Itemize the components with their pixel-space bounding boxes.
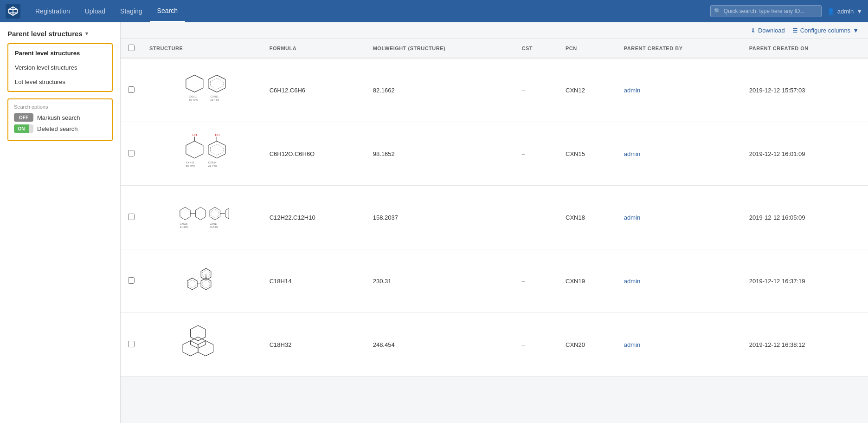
row-checkbox-3[interactable] (128, 277, 135, 284)
results-table-wrapper: STRUCTURE FORMULA MOLWEIGHT (STRUCTURE) … (121, 39, 868, 377)
table-row: C18H32 248.454 – CXN20 admin 2019-12-12 … (121, 313, 868, 377)
molecule-structure-1[interactable]: OH HO CXN13 56-79% CXN14 21-44% (149, 130, 255, 177)
svg-text:56-79%: 56-79% (189, 98, 198, 101)
svg-text:CXN11: CXN11 (211, 95, 219, 98)
svg-marker-6 (211, 78, 224, 89)
quick-search-input[interactable] (710, 5, 822, 17)
svg-text:CXN10: CXN10 (189, 95, 198, 98)
row-checkbox-0[interactable] (128, 86, 135, 93)
svg-marker-37 (202, 280, 210, 287)
row-created-by-3: admin (617, 249, 742, 313)
svg-text:CXN17: CXN17 (210, 222, 218, 225)
structure-type-version[interactable]: Version level structures (8, 60, 112, 75)
col-created-by: PARENT CREATED BY (617, 39, 742, 58)
row-checkbox-2[interactable] (128, 214, 135, 220)
molecule-structure-4[interactable] (149, 321, 255, 368)
row-created-on-0: 2019-12-12 15:57:03 (742, 58, 868, 122)
col-created-on: PARENT CREATED ON (742, 39, 868, 58)
svg-marker-22 (180, 207, 190, 220)
row-structure-cell: CXN10 56-79% CXN11 21-44% (142, 58, 262, 122)
markush-toggle[interactable]: OFF (14, 113, 33, 122)
nav-registration[interactable]: Registration (28, 0, 77, 22)
molecule-structure-3[interactable] (149, 258, 255, 304)
configure-label: Configure columns (800, 27, 850, 34)
markush-label: Markush search (37, 114, 80, 121)
nav-search[interactable]: Search (150, 0, 185, 22)
svg-text:44-56%: 44-56% (210, 226, 218, 228)
svg-text:21-44%: 21-44% (208, 164, 217, 167)
sidebar-title-text: Parent level structures (7, 30, 83, 38)
app-logo[interactable] (6, 4, 20, 19)
svg-marker-4 (186, 75, 203, 92)
results-table: STRUCTURE FORMULA MOLWEIGHT (STRUCTURE) … (121, 39, 868, 377)
markush-toggle-row: OFF Markush search (14, 113, 106, 122)
deleted-toggle[interactable]: ON (14, 124, 33, 133)
user-caret-icon: ▼ (856, 8, 862, 15)
row-created-by-1: admin (617, 122, 742, 186)
row-pcn-2: CXN18 (558, 186, 617, 249)
row-checkbox-cell (121, 58, 142, 122)
molecule-structure-2[interactable]: CXN15 21-44% CXN17 44-56% (149, 194, 255, 241)
navbar-right: 🔍 👤 admin ▼ (710, 5, 862, 17)
deleted-toggle-row: ON Deleted search (14, 124, 106, 133)
sidebar-title[interactable]: Parent level structures ▾ (7, 30, 113, 38)
svg-text:21-44%: 21-44% (180, 226, 188, 228)
svg-marker-36 (201, 278, 212, 290)
row-cst-2: – (514, 186, 558, 249)
row-cst-4: – (514, 313, 558, 377)
configure-columns-button[interactable]: ☰ Configure columns ▼ (792, 27, 859, 34)
row-cst-1: – (514, 122, 558, 186)
row-checkbox-1[interactable] (128, 150, 135, 156)
row-formula-1: C6H12O.C6H6O (262, 122, 366, 186)
svg-marker-28 (225, 208, 229, 219)
svg-text:CXN14: CXN14 (208, 161, 217, 164)
user-menu-button[interactable]: 👤 admin ▼ (827, 8, 862, 15)
created-by-link-0[interactable]: admin (624, 87, 640, 94)
nav-upload[interactable]: Upload (77, 0, 113, 22)
deleted-label: Deleted search (37, 125, 77, 132)
svg-marker-39 (201, 268, 212, 280)
row-created-by-4: admin (617, 313, 742, 377)
select-all-checkbox[interactable] (128, 45, 135, 51)
table-row: CXN10 56-79% CXN11 21-44% C6H12.C6H6 82.… (121, 58, 868, 122)
deleted-toggle-on: ON (14, 124, 33, 133)
row-formula-2: C12H22.C12H10 (262, 186, 366, 249)
col-cst: CST (514, 39, 558, 58)
svg-marker-14 (208, 141, 225, 158)
created-by-link-2[interactable]: admin (624, 214, 640, 221)
structure-type-dropdown: Parent level structures Version level st… (7, 43, 113, 92)
user-icon: 👤 (827, 8, 835, 15)
table-row: OH HO CXN13 56-79% CXN14 21-44% C6H12O.C… (121, 122, 868, 186)
row-checkbox-4[interactable] (128, 341, 135, 347)
main-content: ⇓ Download ☰ Configure columns ▼ STRUCTU… (121, 22, 868, 423)
molecule-structure-0[interactable]: CXN10 56-79% CXN11 21-44% (149, 67, 255, 113)
configure-icon: ☰ (792, 27, 798, 34)
download-button[interactable]: ⇓ Download (751, 27, 785, 34)
svg-marker-5 (208, 75, 225, 92)
svg-text:CXN15: CXN15 (180, 222, 188, 225)
svg-text:56-79%: 56-79% (186, 164, 195, 167)
row-created-on-4: 2019-12-12 16:38:12 (742, 313, 868, 377)
col-structure: STRUCTURE (142, 39, 262, 58)
table-body: CXN10 56-79% CXN11 21-44% C6H12.C6H6 82.… (121, 58, 868, 377)
structure-type-lot[interactable]: Lot level structures (8, 75, 112, 89)
nav-staging[interactable]: Staging (113, 0, 149, 22)
row-checkbox-cell (121, 249, 142, 313)
table-row: C18H14 230.31 – CXN19 admin 2019-12-12 1… (121, 249, 868, 313)
row-structure-cell: CXN15 21-44% CXN17 44-56% (142, 186, 262, 249)
created-by-link-3[interactable]: admin (624, 278, 640, 285)
row-structure-cell (142, 249, 262, 313)
row-pcn-0: CXN12 (558, 58, 617, 122)
row-checkbox-cell (121, 186, 142, 249)
row-molweight-1: 98.1652 (366, 122, 514, 186)
download-label: Download (758, 27, 785, 34)
created-by-link-4[interactable]: admin (624, 341, 640, 348)
nav-links: Registration Upload Staging Search (28, 0, 185, 22)
search-options-box: Search options OFF Markush search ON Del… (7, 98, 113, 141)
created-by-link-1[interactable]: admin (624, 150, 640, 157)
svg-text:21-44%: 21-44% (211, 98, 219, 101)
row-molweight-3: 230.31 (366, 249, 514, 313)
structure-type-parent[interactable]: Parent level structures (8, 46, 112, 60)
svg-marker-11 (186, 141, 203, 158)
row-molweight-4: 248.454 (366, 313, 514, 377)
